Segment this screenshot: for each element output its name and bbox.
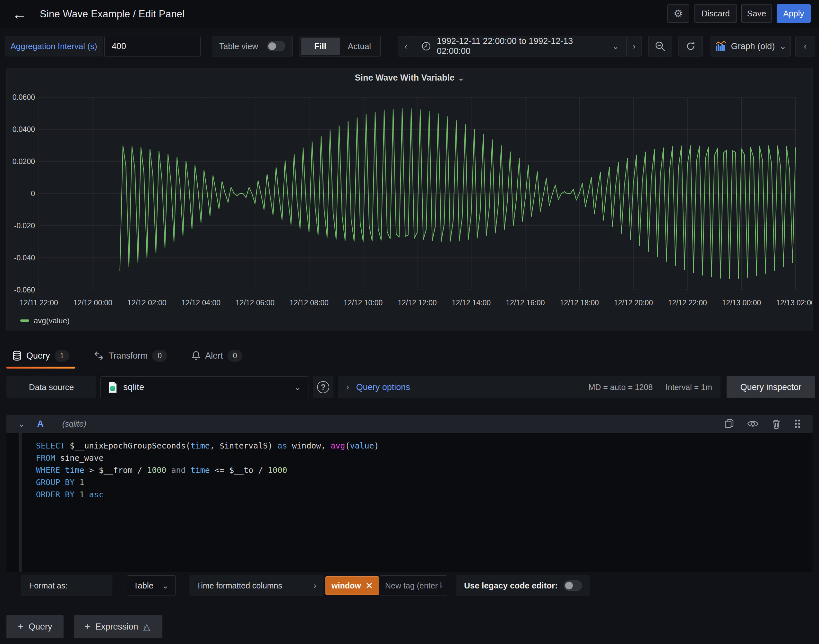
table-view-toggle[interactable] (267, 41, 285, 51)
visualization-picker[interactable]: Graph (old) ⌄ (710, 36, 791, 57)
chevron-down-icon: ⌄ (458, 74, 464, 82)
sine-wave-chart[interactable]: 0.06000.04000.02000-0.020-0.040-0.06012/… (7, 68, 812, 331)
query-options-toggle[interactable]: Query options (356, 382, 410, 392)
legacy-editor-toggle[interactable] (563, 580, 582, 591)
aggregation-interval-input[interactable]: 400 (104, 36, 201, 57)
add-expression-button[interactable]: + Expression △! (74, 615, 162, 638)
save-button[interactable]: Save (741, 4, 772, 23)
y-axis-tick: 0.0600 (12, 93, 35, 101)
x-axis-tick: 12/12 08:00 (289, 299, 329, 307)
drag-handle-icon[interactable] (794, 419, 801, 429)
transform-icon (94, 351, 104, 361)
time-range-text: 1992-12-11 22:00:00 to 1992-12-13 02:00:… (437, 36, 606, 56)
x-axis-tick: 12/11 22:00 (20, 299, 58, 307)
collapse-options-pane-button[interactable]: ‹ (795, 36, 815, 57)
warning-icon: △! (144, 621, 152, 632)
panel-title[interactable]: Sine Wave With Variable⌄ (7, 73, 812, 83)
discard-button[interactable]: Discard (695, 4, 737, 23)
new-tag-input[interactable] (380, 575, 447, 596)
aggregation-interval-label: Aggregation Interval (s) (5, 36, 103, 57)
x-axis-tick: 12/12 02:00 (127, 299, 167, 307)
top-header: ← Sine Wave Example / Edit Panel ⚙ Disca… (0, 0, 819, 28)
query-row-header[interactable]: ⌄ A (sqlite) (6, 415, 813, 433)
y-axis-tick: -0.040 (14, 254, 35, 262)
toggle-knob (565, 582, 573, 589)
tab-count-badge: 0 (152, 350, 167, 362)
time-range-picker[interactable]: 1992-12-11 22:00:00 to 1992-12-13 02:00:… (414, 36, 626, 57)
refresh-icon (685, 40, 697, 52)
editor-tabs: Query1Transform0Alert0 (6, 345, 248, 366)
actual-option[interactable]: Actual (340, 38, 379, 55)
sql-code[interactable]: SELECT $__unixEpochGroupSeconds(time, $i… (6, 433, 813, 501)
refresh-button[interactable] (678, 36, 703, 57)
time-formatted-columns-box: Time formatted columns › (189, 575, 323, 596)
y-axis-tick: 0.0200 (12, 157, 35, 166)
table-view-label: Table view (219, 41, 258, 51)
x-axis-tick: 12/12 00:00 (73, 299, 113, 307)
tab-count-badge: 0 (228, 350, 243, 362)
tab-transform[interactable]: Transform0 (88, 345, 173, 366)
zoom-out-button[interactable] (648, 36, 672, 57)
table-view-control: Table view (212, 36, 293, 57)
fill-actual-segmented: Fill Actual (299, 36, 381, 57)
tab-query[interactable]: Query1 (6, 345, 75, 366)
format-as-label-box: Format as: (21, 575, 112, 596)
duplicate-query-icon[interactable] (724, 419, 734, 429)
collapse-query-icon[interactable]: ⌄ (18, 420, 25, 428)
legend-series-label[interactable]: avg(value) (34, 316, 70, 325)
x-axis-tick: 12/12 16:00 (506, 299, 545, 307)
sqlite-datasource-icon (108, 381, 118, 393)
chevron-right-icon[interactable]: › (346, 383, 349, 391)
editor-gutter (18, 433, 22, 572)
sql-line: ORDER BY 1 asc (36, 489, 813, 501)
database-icon (12, 351, 22, 361)
x-axis-tick: 12/12 10:00 (344, 299, 383, 307)
datasource-value: sqlite (123, 382, 144, 392)
remove-tag-icon[interactable]: ✕ (366, 580, 373, 591)
time-shift-back-button[interactable]: ‹ (398, 36, 414, 57)
query-ref-id: A (37, 419, 44, 429)
help-icon: ? (317, 381, 329, 393)
x-axis-tick: 12/12 14:00 (452, 299, 491, 307)
datasource-label-box: Data source (6, 376, 96, 398)
time-shift-forward-button[interactable]: › (626, 36, 642, 57)
legacy-editor-control: Use legacy code editor: (456, 575, 590, 596)
legend-series-swatch (20, 319, 29, 322)
back-arrow-icon[interactable]: ← (12, 5, 27, 23)
x-axis-tick: 12/12 04:00 (182, 299, 221, 307)
x-axis-tick: 12/12 20:00 (614, 299, 653, 307)
delete-query-icon[interactable] (772, 419, 781, 429)
panel-settings-button[interactable]: ⚙ (667, 4, 689, 23)
window-column-tag[interactable]: window✕ (325, 576, 379, 595)
tabs-divider (0, 368, 819, 368)
chevron-right-icon: › (314, 581, 317, 590)
x-axis-tick: 12/12 12:00 (398, 299, 437, 307)
y-axis-tick: -0.060 (14, 286, 35, 294)
zoom-out-icon (655, 41, 666, 52)
datasource-help-button[interactable]: ? (313, 376, 334, 398)
add-query-button[interactable]: + Query (6, 615, 64, 638)
query-options-bar: › Query options MD = auto = 1208 Interva… (338, 376, 721, 398)
y-axis-tick: -0.020 (14, 221, 35, 230)
graph-viz-icon (715, 41, 727, 51)
hide-query-icon[interactable] (747, 419, 759, 429)
sql-line: GROUP BY 1 (36, 477, 813, 489)
query-inspector-button[interactable]: Query inspector (727, 376, 815, 398)
datasource-picker[interactable]: sqlite ⌄ (101, 376, 308, 398)
tab-label: Alert (205, 351, 223, 361)
tab-label: Query (26, 351, 50, 361)
chevron-down-icon: ⌄ (294, 383, 301, 391)
grafana-edit-panel: ← Sine Wave Example / Edit Panel ⚙ Disca… (0, 0, 819, 644)
x-axis-tick: 12/13 02:00 (776, 299, 812, 307)
chevron-down-icon: ⌄ (612, 42, 619, 51)
tab-alert[interactable]: Alert0 (186, 345, 248, 366)
format-as-value: Table (133, 581, 153, 591)
interval-text: Interval = 1m (666, 383, 712, 392)
fill-option[interactable]: Fill (301, 38, 340, 55)
apply-button[interactable]: Apply (777, 4, 811, 23)
sql-code-editor[interactable]: SELECT $__unixEpochGroupSeconds(time, $i… (6, 433, 813, 572)
page-title: Sine Wave Example / Edit Panel (40, 8, 185, 20)
format-as-select[interactable]: Table ⌄ (127, 575, 176, 596)
tab-label: Transform (109, 351, 148, 361)
legacy-editor-label: Use legacy code editor: (464, 581, 558, 591)
